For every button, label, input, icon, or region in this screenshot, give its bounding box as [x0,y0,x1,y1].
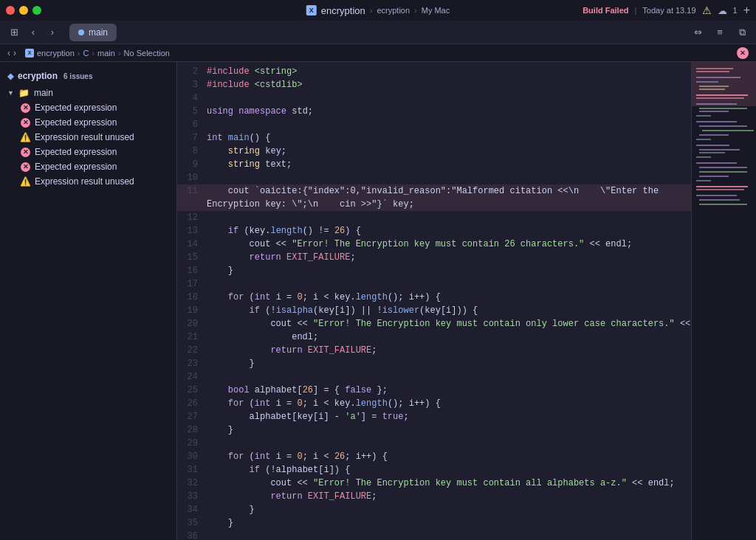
svg-rect-15 [699,134,729,136]
build-time: Today at 13.19 [642,6,695,15]
minimap-highlight [692,62,756,106]
tab-bar: main [69,24,117,41]
svg-rect-13 [699,125,747,127]
sidebar-issue-2[interactable]: ✕ Expected expression [0,115,176,130]
sidebar: ◆ ecryption 6 issues ▼ 📁 main ✕ Expected… [0,62,177,540]
project-name: encryption [321,5,365,16]
code-line-25: 25 bool alphabet[26] = { false }; [177,384,691,397]
code-line-5: 5 using namespace std; [177,105,691,118]
project-icon: ◆ [7,72,13,81]
window-title: X encryption › ecryption › My Mac [306,5,450,16]
error-icon: ✕ [21,148,30,157]
svg-rect-25 [696,180,711,181]
code-line-32: 32 cout << "Error! The Encryption key mu… [177,477,691,490]
issue-text-3: Expression result unused [35,132,134,142]
branch-name: ecryption [377,6,410,15]
code-line-28: 28 } [177,423,691,437]
tab-label: main [89,27,108,38]
app-icon: X [306,5,317,15]
code-line-15: 15 return EXIT_FAILURE; [177,251,691,264]
code-line-7: 7 int main() { [177,131,691,145]
code-area: 2 #include <string> 3 #include <cstdlib>… [177,62,691,540]
svg-rect-26 [696,186,748,187]
inspector-button[interactable]: ≡ [712,24,728,41]
svg-rect-12 [696,121,737,122]
code-line-13: 13 if (key.length() != 26) { [177,224,691,238]
code-line-30: 30 for (int i = 0; i < 26; i++) { [177,450,691,463]
close-button[interactable] [6,6,15,15]
issue-text-1: Expected expression [35,103,117,113]
svg-rect-29 [699,199,740,201]
grid-button[interactable]: ⊞ [6,24,22,41]
warning-icon: ⚠️ [21,177,30,187]
code-line-24: 24 [177,370,691,384]
back-button[interactable]: ‹ [25,24,41,41]
traffic-lights [6,6,41,15]
svg-rect-30 [699,204,747,205]
project-label: ecryption [18,71,58,81]
main-area: ◆ ecryption 6 issues ▼ 📁 main ✕ Expected… [0,62,756,540]
code-line-9: 9 string text; [177,158,691,171]
warning-count: 1 [733,6,738,15]
sidebar-issue-5[interactable]: ✕ Expected expression [0,159,176,174]
code-editor[interactable]: 2 #include <string> 3 #include <cstdlib>… [177,62,691,540]
svg-rect-17 [696,145,729,146]
svg-rect-24 [699,176,729,177]
code-line-33: 33 return EXIT_FAILURE; [177,490,691,503]
code-line-31: 31 if (!alphabet[i]) { [177,463,691,477]
forward-button[interactable]: › [44,24,61,41]
breadcrumb-sep2: › [92,49,94,58]
sidebar-issue-1[interactable]: ✕ Expected expression [0,100,176,115]
code-line-16: 16 } [177,264,691,277]
error-icon: ✕ [21,162,30,172]
maximize-button[interactable] [32,6,41,15]
svg-rect-16 [696,139,711,140]
code-line-2: 2 #include <string> [177,65,691,78]
breadcrumb-sep3: › [118,49,121,58]
sidebar-group-main[interactable]: ▼ 📁 main [0,86,176,100]
breadcrumb-lang[interactable]: C [83,49,89,58]
code-line-26: 26 for (int i = 0; i < key.length(); i++… [177,397,691,410]
code-line-35: 35 } [177,516,691,530]
sidebar-issue-4[interactable]: ✕ Expected expression [0,145,176,159]
breadcrumb-nav: ‹ › [7,48,16,58]
breadcrumb-selection[interactable]: No Selection [124,49,170,58]
code-line-12: 12 [177,211,691,224]
warning-icon: ⚠ [702,4,712,16]
canvas-button[interactable]: ⧉ [734,24,750,41]
split-view-button[interactable]: ⇔ [690,24,706,41]
code-line-22: 22 return EXIT_FAILURE; [177,344,691,357]
tab-main[interactable]: main [69,24,117,41]
minimize-button[interactable] [19,6,28,15]
build-status: Build Failed [583,6,628,15]
branch-separator: › [370,6,373,15]
sidebar-section: ▼ 📁 main ✕ Expected expression ✕ Expecte… [0,84,176,190]
breadcrumb-sep1: › [78,49,80,58]
svg-rect-11 [696,115,711,117]
svg-rect-10 [699,111,729,112]
sidebar-project[interactable]: ◆ ecryption 6 issues [0,68,176,84]
breadcrumb-back[interactable]: ‹ [7,48,10,58]
code-line-27: 27 alphabet[key[i] - 'a'] = true; [177,410,691,423]
chevron-down-icon: ▼ [7,89,14,97]
svg-rect-21 [696,162,737,164]
add-icon[interactable]: + [743,4,750,17]
code-line-8: 8 string key; [177,145,691,158]
error-icon: ✕ [21,118,30,128]
cloud-icon: ☁ [718,5,727,16]
breadcrumb-forward[interactable]: › [13,48,16,58]
breadcrumb-project[interactable]: encryption [37,49,75,58]
issue-text-6: Expression result unused [35,176,134,187]
sidebar-issue-3[interactable]: ⚠️ Expression result unused [0,130,176,145]
sidebar-issue-6[interactable]: ⚠️ Expression result unused [0,174,176,189]
svg-rect-19 [699,152,725,153]
breadcrumb-file[interactable]: main [97,49,115,58]
group-label: main [34,88,53,98]
error-nav-icon[interactable]: ✕ [737,47,749,59]
title-bar: X encryption › ecryption › My Mac Build … [0,0,756,21]
warning-icon: ⚠️ [21,133,30,142]
code-line-17: 17 [177,277,691,291]
build-separator: | [635,6,637,15]
issue-text-5: Expected expression [35,162,117,172]
code-line-29: 29 [177,437,691,450]
